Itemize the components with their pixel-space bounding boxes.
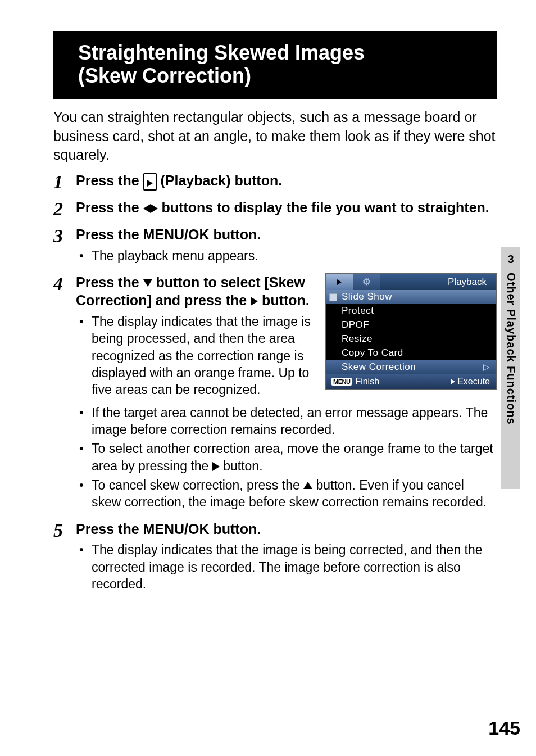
section-header: Straightening Skewed Images (Skew Correc… bbox=[65, 31, 497, 99]
lcd-footer: MENU Finish Execute bbox=[326, 374, 496, 389]
steps-list: 1 Press the (Playback) button. 2 Press t… bbox=[53, 171, 497, 595]
step-2: 2 Press the buttons to display the file … bbox=[53, 198, 497, 219]
step-number: 2 bbox=[53, 198, 76, 219]
right-arrow-icon bbox=[251, 297, 258, 306]
lcd-finish-label: Finish bbox=[355, 377, 379, 387]
lcd-menu-item: Copy To Card bbox=[326, 346, 496, 360]
section-title: Straightening Skewed Images (Skew Correc… bbox=[78, 41, 483, 88]
lcd-menu-item: DPOF bbox=[326, 318, 496, 332]
step-bullet: The display indicates that the image is … bbox=[92, 313, 315, 399]
title-line-1: Straightening Skewed Images bbox=[78, 41, 365, 64]
step-1: 1 Press the (Playback) button. bbox=[53, 171, 497, 192]
step-bullet: If the target area cannot be detected, a… bbox=[92, 404, 497, 438]
up-arrow-icon bbox=[303, 482, 312, 489]
lcd-mode-label: Playback bbox=[448, 277, 496, 288]
right-arrow-icon bbox=[451, 379, 455, 384]
left-arrow-icon bbox=[143, 204, 151, 213]
step-number: 4 bbox=[53, 273, 76, 513]
lcd-menu-item-selected: Skew Correction▷ bbox=[326, 360, 496, 374]
right-arrow-icon bbox=[151, 204, 158, 213]
step-4: 4 Press the button to select [Skew Corre… bbox=[53, 273, 497, 513]
lcd-menu-item: Protect bbox=[326, 304, 496, 318]
intro-paragraph: You can straighten rectangular objects, … bbox=[53, 108, 497, 165]
manual-page: Straightening Skewed Images (Skew Correc… bbox=[0, 0, 536, 756]
step-number: 3 bbox=[53, 225, 76, 266]
lcd-menu-item: Slide Show bbox=[326, 290, 496, 304]
step-5: 5 Press the MENU/OK button. The display … bbox=[53, 520, 497, 595]
title-line-2: (Skew Correction) bbox=[78, 64, 251, 87]
chapter-label: Other Playback Functions bbox=[505, 273, 517, 425]
lcd-execute-label: Execute bbox=[451, 377, 490, 387]
lcd-tab-setup-icon: ⚙ bbox=[353, 274, 380, 290]
down-arrow-icon bbox=[143, 279, 152, 287]
lcd-menu-item: Resize bbox=[326, 332, 496, 346]
chapter-number: 3 bbox=[507, 253, 514, 266]
camera-menu-screenshot: ⚙ Playback Slide Show Protect DPOF Resiz… bbox=[325, 273, 497, 390]
step-title: Press the MENU/OK button. bbox=[76, 225, 497, 244]
playback-icon bbox=[143, 173, 157, 191]
step-number: 1 bbox=[53, 171, 76, 192]
menu-badge: MENU bbox=[331, 378, 352, 386]
chapter-side-tab: 3 Other Playback Functions bbox=[501, 247, 520, 489]
step-title: Press the MENU/OK button. bbox=[76, 520, 497, 538]
page-number: 145 bbox=[488, 717, 520, 739]
step-3: 3 Press the MENU/OK button. The playback… bbox=[53, 225, 497, 266]
chevron-right-icon: ▷ bbox=[483, 362, 490, 372]
step-bullet: To cancel skew correction, press the but… bbox=[92, 477, 497, 511]
step-bullet: The display indicates that the image is … bbox=[92, 541, 497, 592]
right-arrow-icon bbox=[212, 462, 220, 471]
lcd-tab-playback-icon bbox=[326, 274, 353, 290]
step-number: 5 bbox=[53, 520, 76, 595]
step-title: Press the buttons to display the file yo… bbox=[76, 198, 497, 217]
step-bullet: To select another correction area, move … bbox=[92, 440, 497, 474]
step-bullet: The playback menu appears. bbox=[92, 247, 497, 264]
step-title: Press the (Playback) button. bbox=[76, 171, 497, 191]
lcd-tab-bar: ⚙ Playback bbox=[326, 274, 496, 290]
step-title: Press the button to select [Skew Correct… bbox=[76, 273, 315, 310]
lcd-menu-list: Slide Show Protect DPOF Resize Copy To C… bbox=[326, 290, 496, 374]
